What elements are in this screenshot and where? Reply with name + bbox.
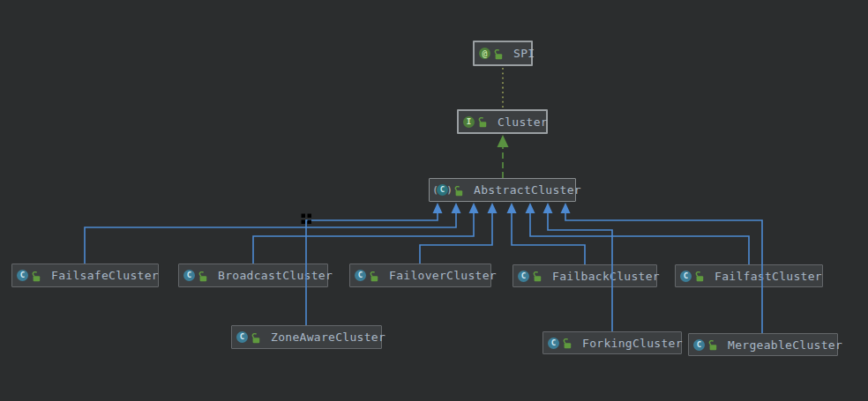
class-name-label: MergeableCluster [728,338,842,352]
class-node-zoneaware-cluster[interactable]: CZoneAwareCluster [231,325,382,349]
class-icon: C [183,270,195,281]
public-lock-icon [494,49,504,60]
class-node-failback-cluster[interactable]: CFailbackCluster [513,264,657,287]
class-name-label: SPI [513,47,535,60]
class-node-forking-cluster[interactable]: CForkingCluster [542,331,682,354]
class-name-label: FailbackCluster [552,270,660,283]
class-icon: C [680,271,692,282]
public-lock-icon [454,186,464,197]
public-lock-icon [32,271,41,282]
class-name-label: FailsafeCluster [51,269,159,282]
class-icon: C [17,270,28,281]
public-lock-icon [695,271,705,282]
class-name-label: FailfastCluster [715,270,822,283]
public-lock-icon [533,271,542,282]
class-node-abstract-cluster[interactable]: (C)AbstractCluster [429,178,576,202]
class-node-cluster[interactable]: ICluster [457,109,548,134]
public-lock-icon [251,333,261,344]
class-name-label: Cluster [498,115,548,129]
class-icon: C [693,339,705,351]
class-icon: C [355,270,366,281]
node-layer: @SPIICluster(C)AbstractClusterCFailsafeC… [0,0,868,401]
class-icon: C [236,331,248,343]
public-lock-icon [198,271,208,282]
class-icon: C [518,271,529,282]
annotation-icon: @ [479,48,490,59]
class-icon: C [548,338,559,349]
class-node-failover-cluster[interactable]: CFailoverCluster [349,264,491,287]
public-lock-icon [478,117,488,128]
abstract-class-icon: (C) [434,184,451,196]
public-lock-icon [708,340,718,351]
class-node-failsafe-cluster[interactable]: CFailsafeCluster [11,264,159,287]
public-lock-icon [370,271,379,282]
class-name-label: BroadcastCluster [218,269,333,282]
class-name-label: ZoneAwareCluster [271,330,385,344]
interface-icon: I [463,116,475,128]
uml-diagram-canvas[interactable]: @SPIICluster(C)AbstractClusterCFailsafeC… [0,0,868,401]
class-node-mergeable-cluster[interactable]: CMergeableCluster [688,333,838,356]
class-node-broadcast-cluster[interactable]: CBroadcastCluster [178,264,328,287]
class-name-label: AbstractCluster [474,183,581,197]
class-node-failfast-cluster[interactable]: CFailfastCluster [675,264,823,287]
class-node-spi[interactable]: @SPI [473,41,533,66]
class-name-label: FailoverCluster [389,269,497,282]
class-name-label: ForkingCluster [582,337,683,350]
public-lock-icon [563,338,572,349]
